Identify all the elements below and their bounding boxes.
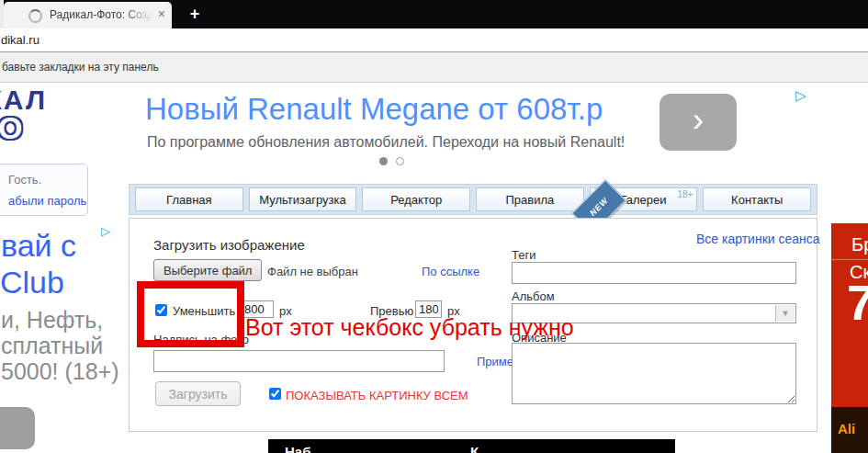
adchoices-icon[interactable]: ▷	[101, 224, 110, 238]
tags-label: Теги	[512, 248, 535, 262]
sidebar-ad-text[interactable]: вай с	[1, 228, 76, 264]
nav-tab-galerei[interactable]: NEW Галереи 18+	[590, 187, 698, 211]
no-file-text: Файл не выбран	[267, 265, 358, 278]
browser-window: Радикал-Фото: Создай фо × + dikal.ru бав…	[0, 0, 868, 453]
right-ad-brand-strip[interactable]: Ali	[831, 407, 868, 453]
close-icon[interactable]: ×	[158, 6, 165, 21]
sidebar-ad-text[interactable]: 5000! (18+)	[1, 358, 119, 385]
nav-tab-kontakty[interactable]: Контакты	[703, 187, 811, 211]
brand-text: Ali	[838, 421, 855, 436]
choose-file-button[interactable]: Выберите файл	[153, 259, 262, 281]
guest-label: Гость.	[8, 173, 41, 187]
tab-title: Радикал-Фото: Создай фо	[50, 8, 152, 21]
divider	[831, 259, 868, 260]
nav-tab-multizagruzka[interactable]: Мультизагрузка	[249, 187, 357, 211]
loading-spinner-icon	[28, 9, 42, 23]
chevron-down-icon[interactable]: ▼	[775, 305, 795, 322]
show-all-checkbox[interactable]	[269, 388, 281, 400]
site-nav: Главная Мультизагрузка Редактор Правила …	[129, 184, 817, 215]
bottom-banner-text: К	[470, 444, 479, 453]
nav-tab-pravila[interactable]: Правила	[476, 187, 584, 211]
ad-title[interactable]: Новый Renault Megane от 608т.р	[145, 92, 603, 127]
address-text: dikal.ru	[1, 33, 39, 47]
site-logo[interactable]: ИКАЛ ТО	[0, 86, 94, 160]
carousel-dot[interactable]	[396, 157, 404, 165]
ad-subtitle[interactable]: По программе обновления автомобилей. Пер…	[147, 134, 625, 151]
show-all-label: ПОКАЗЫВАТЬ КАРТИНКУ ВСЕМ	[286, 389, 468, 402]
form-heading: Загрузить изображение	[153, 237, 305, 253]
right-ad-number: 7	[847, 274, 868, 331]
annotation-rectangle	[137, 281, 244, 347]
by-link-link[interactable]: По ссылке	[422, 265, 479, 278]
age-badge: 18+	[677, 189, 693, 200]
browser-titlebar: Радикал-Фото: Создай фо × +	[0, 0, 868, 28]
right-ad-text: Бр	[851, 234, 868, 255]
album-label: Альбом	[512, 289, 555, 303]
nav-tab-redaktor[interactable]: Редактор	[362, 187, 470, 211]
carousel-dot-active[interactable]	[379, 157, 388, 165]
site-logo-bottom: ТО	[0, 112, 94, 143]
nav-tab-label: Галереи	[620, 193, 666, 207]
nav-tab-glavnaya[interactable]: Главная	[135, 187, 243, 211]
description-textarea[interactable]	[512, 343, 796, 404]
sidebar-ad-text[interactable]: и, Нефть,	[1, 307, 103, 334]
bookmarks-bar: бавьте закладки на эту панель	[0, 52, 868, 83]
sidebar-ad-text[interactable]: сплатный	[1, 333, 103, 359]
right-ad-banner[interactable]: Бр Ск 7	[831, 223, 868, 407]
session-pictures-link[interactable]: Все картинки сеанса	[696, 232, 820, 246]
browser-tab[interactable]: Радикал-Фото: Создай фо ×	[4, 2, 172, 28]
sidebar-ad-text[interactable]: Club	[0, 265, 64, 300]
bottom-banner: Наб К	[268, 439, 675, 453]
caption-input[interactable]	[153, 350, 445, 372]
address-bar[interactable]: dikal.ru	[0, 28, 868, 52]
carousel-next-button[interactable]: ›	[659, 94, 737, 151]
annotation-text: Вот этот чекбокс убрать нужно	[245, 314, 574, 341]
forgot-password-link[interactable]: абыли пароль	[8, 194, 86, 208]
new-tab-button[interactable]: +	[181, 2, 209, 26]
carousel-prev-button[interactable]	[0, 407, 35, 449]
user-box: Гость. абыли пароль	[0, 164, 88, 216]
upload-button[interactable]: Загрузить	[155, 381, 241, 406]
adchoices-icon[interactable]: ▷	[795, 87, 806, 104]
bottom-banner-text: Наб	[285, 444, 310, 453]
tags-input[interactable]	[512, 262, 796, 284]
bookmarks-hint: бавьте закладки на эту панель	[2, 61, 159, 74]
